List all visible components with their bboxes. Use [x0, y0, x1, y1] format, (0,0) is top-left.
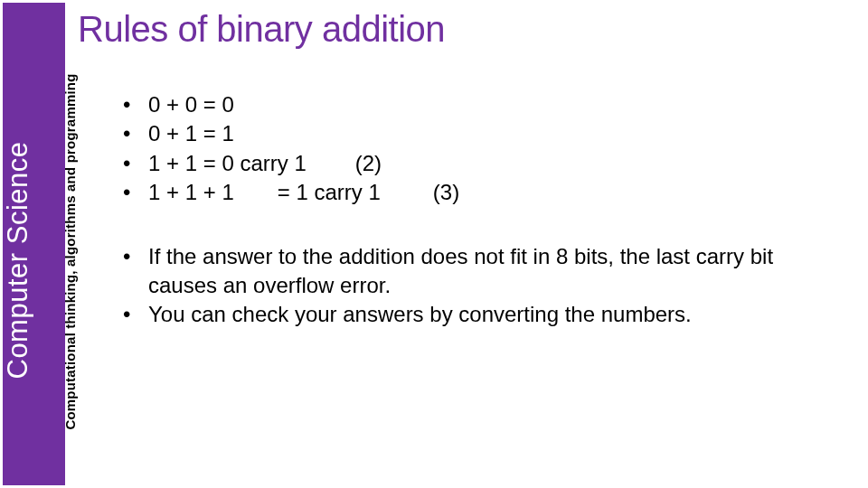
rule-text: 0 + 0 = 0	[148, 92, 234, 117]
notes-list: If the answer to the addition does not f…	[78, 242, 868, 330]
note-item: If the answer to the addition does not f…	[123, 242, 814, 301]
rule-item: 0 + 0 = 0	[123, 90, 868, 119]
slide-title: Rules of binary addition	[78, 9, 868, 50]
rule-item: 0 + 1 = 1	[123, 119, 868, 148]
sidebar-title: Computer Science	[2, 141, 34, 379]
rule-note: (2)	[355, 151, 382, 175]
sidebar-subtitle: Computational thinking, algorithms and p…	[62, 73, 78, 429]
rules-list: 0 + 0 = 0 0 + 1 = 1 1 + 1 = 0 carry 1(2)…	[78, 90, 868, 208]
rule-item: 1 + 1 + 1= 1 carry 1(3)	[123, 178, 868, 207]
rule-note: (3)	[433, 180, 459, 204]
rule-text: 1 + 1 = 0 carry 1	[148, 151, 307, 175]
rule-text: 0 + 1 = 1	[148, 121, 234, 145]
main-content: Rules of binary addition 0 + 0 = 0 0 + 1…	[78, 0, 868, 488]
sidebar: Computer Science Computational thinking,…	[3, 3, 65, 485]
rule-text: 1 + 1 + 1= 1 carry 1	[148, 180, 381, 204]
note-item: You can check your answers by converting…	[123, 300, 814, 329]
rule-item: 1 + 1 = 0 carry 1(2)	[123, 149, 868, 178]
